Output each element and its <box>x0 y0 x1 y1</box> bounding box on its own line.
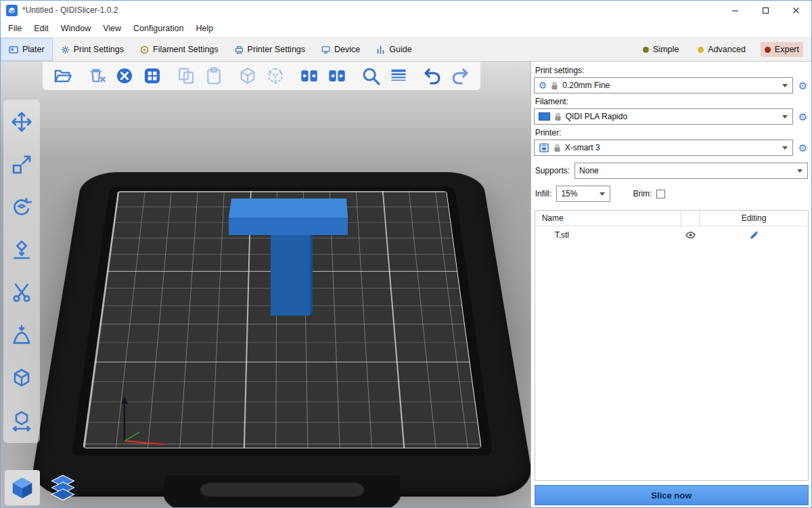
copy-button[interactable] <box>175 65 197 87</box>
tabbar: Plater Print Settings Filament Settings … <box>1 37 811 62</box>
supports-label: Supports: <box>535 166 570 175</box>
add-instance-button[interactable] <box>237 65 258 87</box>
supports-combo[interactable]: None <box>574 163 808 179</box>
paint-supports-icon <box>11 324 32 346</box>
printer-value: X-smart 3 <box>565 143 600 152</box>
preview-view-button[interactable] <box>45 470 81 505</box>
arrange-icon <box>143 66 162 85</box>
menu-file[interactable]: File <box>2 21 28 36</box>
infill-value: 15% <box>561 189 577 198</box>
tab-filament-settings[interactable]: Filament Settings <box>132 38 227 61</box>
printer-combo[interactable]: X-smart 3 <box>534 140 793 156</box>
simple-mode-dot-icon <box>643 47 649 53</box>
viewport-3d[interactable] <box>1 62 531 507</box>
search-button[interactable] <box>360 65 382 87</box>
move-icon <box>11 111 32 133</box>
filament-combo[interactable]: QIDI PLA Rapido <box>534 108 793 125</box>
menu-configuration[interactable]: Configuration <box>127 21 189 36</box>
delete-button[interactable] <box>86 65 108 87</box>
print-settings-combo[interactable]: ⚙ 0.20mm Fine <box>534 77 793 93</box>
undo-button[interactable] <box>422 65 443 87</box>
object-row[interactable]: T.stl <box>535 226 808 243</box>
print-settings-edit-button[interactable]: ⚙ <box>796 81 809 91</box>
model-t[interactable] <box>1 62 531 507</box>
minimize-button[interactable] <box>720 1 750 20</box>
menubar: File Edit Window View Configuration Help <box>1 20 811 37</box>
cut-button[interactable] <box>7 278 36 307</box>
lock-icon <box>551 81 558 90</box>
scale-icon <box>11 154 32 175</box>
tab-guide[interactable]: Guide <box>368 38 420 61</box>
move-button[interactable] <box>7 108 36 136</box>
arrange-button[interactable] <box>141 65 163 87</box>
tab-print-settings[interactable]: Print Settings <box>53 38 132 61</box>
object-list-header: Name Editing <box>535 211 808 226</box>
brim-label: Brim: <box>633 189 652 198</box>
3d-cube-icon <box>9 475 35 501</box>
mode-label: Expert <box>775 45 799 54</box>
print-settings-label: Print settings: <box>535 66 809 75</box>
remove-instance-button[interactable] <box>265 65 286 87</box>
chevron-down-icon <box>794 169 806 173</box>
close-button[interactable] <box>781 1 811 20</box>
lock-icon <box>554 112 562 121</box>
tab-plater[interactable]: Plater <box>1 38 53 61</box>
slice-now-button[interactable]: Slice now <box>535 485 809 505</box>
mode-advanced[interactable]: Advanced <box>694 42 750 57</box>
sidebar: Print settings: ⚙ 0.20mm Fine ⚙ Filament… <box>531 62 811 507</box>
guide-icon <box>376 45 385 54</box>
redo-button[interactable] <box>449 65 471 87</box>
measure-button[interactable] <box>7 406 36 435</box>
tab-device[interactable]: Device <box>313 38 368 61</box>
rotate-icon <box>11 196 32 218</box>
menu-edit[interactable]: Edit <box>28 21 55 36</box>
chevron-down-icon <box>779 146 791 150</box>
paste-icon <box>204 66 223 85</box>
lock-icon <box>554 144 561 152</box>
menu-window[interactable]: Window <box>55 21 97 36</box>
3d-editor-view-button[interactable] <box>5 470 40 505</box>
column-visibility <box>681 211 700 226</box>
delete-all-icon <box>115 66 134 85</box>
mode-switcher: Simple Advanced Expert <box>639 38 811 61</box>
printer-edit-button[interactable]: ⚙ <box>796 143 809 153</box>
chevron-down-icon <box>779 115 791 119</box>
editing-toggle[interactable] <box>700 230 808 240</box>
variable-layer-height-button[interactable] <box>388 65 409 87</box>
tab-label: Printer Settings <box>248 45 305 54</box>
maximize-button[interactable] <box>750 1 781 20</box>
paste-button[interactable] <box>203 65 225 87</box>
mode-expert[interactable]: Expert <box>761 42 803 57</box>
delete-all-button[interactable] <box>114 65 135 87</box>
scale-button[interactable] <box>7 150 36 179</box>
filament-edit-button[interactable]: ⚙ <box>796 112 809 122</box>
rotate-button[interactable] <box>7 193 36 221</box>
expert-mode-dot-icon <box>765 47 771 53</box>
menu-help[interactable]: Help <box>189 21 219 36</box>
filament-value: QIDI PLA Rapido <box>566 112 627 121</box>
tab-printer-settings[interactable]: Printer Settings <box>227 38 313 61</box>
menu-view[interactable]: View <box>97 21 127 36</box>
split-to-objects-icon <box>300 66 319 85</box>
device-icon <box>321 45 330 54</box>
column-editing: Editing <box>700 213 808 223</box>
printer-label: Printer: <box>535 128 809 137</box>
infill-combo[interactable]: 15% <box>556 186 610 202</box>
paint-on-supports-button[interactable] <box>7 321 36 350</box>
tab-label: Plater <box>22 45 45 54</box>
seam-painting-icon <box>11 367 32 389</box>
place-on-face-icon <box>11 239 32 261</box>
brim-checkbox[interactable] <box>656 190 665 198</box>
supports-value: None <box>579 166 599 175</box>
split-to-objects-button[interactable] <box>298 65 320 87</box>
split-to-parts-button[interactable] <box>326 65 348 87</box>
chevron-down-icon <box>596 192 608 196</box>
mode-simple[interactable]: Simple <box>639 42 683 57</box>
place-on-face-button[interactable] <box>7 236 36 264</box>
trash-icon <box>87 66 106 85</box>
visibility-toggle[interactable] <box>681 226 700 243</box>
seam-painting-button[interactable] <box>7 364 36 392</box>
tab-label: Guide <box>389 45 411 54</box>
open-button[interactable] <box>52 65 74 87</box>
column-name: Name <box>535 213 681 223</box>
